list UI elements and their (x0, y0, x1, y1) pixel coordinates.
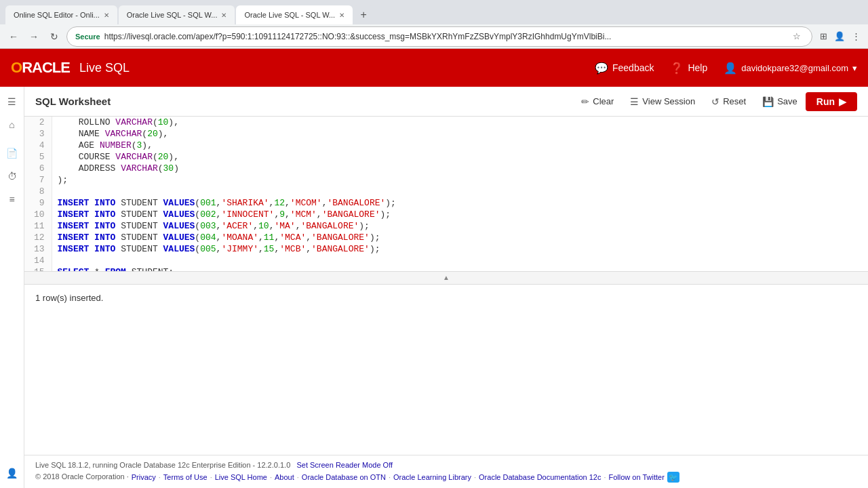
extensions-icon[interactable]: ⊞ (816, 30, 830, 43)
line-code-15: SELECT * FROM STUDENT; (52, 266, 868, 271)
sep-1: · (159, 473, 161, 481)
otn-link[interactable]: Oracle Database on OTN (302, 473, 386, 481)
sep-3: · (270, 473, 272, 481)
worksheet-toolbar: SQL Worksheet ✏ Clear ☰ View Session ↺ R… (24, 87, 868, 117)
line-num-14: 14 (24, 255, 52, 266)
sidebar-home-icon[interactable]: ⌂ (3, 115, 22, 134)
tab-3-close[interactable]: ✕ (339, 12, 344, 19)
reset-icon: ↺ (711, 96, 719, 107)
learning-library-link[interactable]: Oracle Learning Library (393, 473, 471, 481)
sidebar-user-icon[interactable]: 👤 (3, 464, 22, 483)
line-code-12: INSERT INTO STUDENT VALUES(004,'MOANA',1… (52, 232, 868, 243)
help-label: Help (688, 62, 707, 73)
live-sql-home-link[interactable]: Live SQL Home (215, 473, 267, 481)
code-line-2: 2 ROLLNO VARCHAR(10), (24, 117, 868, 128)
run-button[interactable]: Run ▶ (806, 92, 857, 111)
line-num-10: 10 (24, 209, 52, 220)
footer-links: © 2018 Oracle Corporation · Privacy · Te… (35, 472, 857, 483)
line-code-2: ROLLNO VARCHAR(10), (52, 117, 868, 128)
view-session-button[interactable]: ☰ View Session (622, 92, 703, 111)
tab-1-label: Online SQL Editor - Onli... (14, 11, 100, 19)
sidebar: ☰ ⌂ 📄 ⏱ ≡ 👤 (0, 87, 24, 488)
line-num-2: 2 (24, 117, 52, 128)
line-num-4: 4 (24, 140, 52, 151)
sidebar-history-icon[interactable]: ⏱ (3, 167, 22, 186)
header-actions: 💬 Feedback ❓ Help 👤 davidokpare32@gmail.… (595, 62, 857, 75)
line-num-13: 13 (24, 243, 52, 255)
sep-6: · (474, 473, 476, 481)
sep-5: · (389, 473, 391, 481)
twitter-follow-link[interactable]: Follow on Twitter (609, 473, 665, 481)
browser-tab-2[interactable]: Oracle Live SQL - SQL W... ✕ (119, 5, 235, 24)
code-line-7: 7 ); (24, 174, 868, 186)
new-tab-button[interactable]: + (354, 5, 373, 24)
sidebar-schema-icon[interactable]: ≡ (3, 190, 22, 209)
tab-3-label: Oracle Live SQL - SQL W... (244, 11, 335, 19)
tab-1-close[interactable]: ✕ (104, 12, 109, 19)
run-arrow-icon: ▶ (839, 96, 846, 107)
copyright-text: © 2018 Oracle Corporation · (35, 472, 129, 481)
privacy-link[interactable]: Privacy (132, 473, 156, 481)
save-button[interactable]: 💾 Save (754, 92, 806, 111)
divider-arrow-icon: ▲ (443, 274, 450, 281)
back-button[interactable]: ← (5, 28, 22, 45)
line-code-10: INSERT INTO STUDENT VALUES(002,'INNOCENT… (52, 209, 868, 220)
user-icon: 👤 (724, 62, 737, 75)
line-code-9: INSERT INTO STUDENT VALUES(001,'SHARIKA'… (52, 197, 868, 209)
footer: Live SQL 18.1.2, running Oracle Database… (24, 455, 868, 488)
sidebar-menu-icon[interactable]: ☰ (3, 92, 22, 111)
terms-link[interactable]: Terms of Use (163, 473, 208, 481)
pencil-icon: ✏ (581, 96, 589, 107)
user-dropdown-icon: ▾ (852, 63, 857, 73)
help-button[interactable]: ❓ Help (670, 62, 707, 75)
code-line-10: 10 INSERT INTO STUDENT VALUES(002,'INNOC… (24, 209, 868, 220)
profile-icon[interactable]: 👤 (833, 30, 846, 43)
about-link[interactable]: About (275, 473, 294, 481)
code-line-13: 13 INSERT INTO STUDENT VALUES(005,'JIMMY… (24, 243, 868, 255)
secure-badge: Secure (75, 33, 100, 41)
address-bar[interactable]: Secure https://livesql.oracle.com/apex/f… (66, 26, 812, 47)
footer-version: Live SQL 18.1.2, running Oracle Database… (35, 461, 857, 469)
browser-tab-3[interactable]: Oracle Live SQL - SQL W... ✕ (236, 5, 353, 24)
bookmark-icon[interactable]: ☆ (790, 30, 804, 43)
output-text: 1 row(s) inserted. (35, 293, 857, 303)
user-menu[interactable]: 👤 davidokpare32@gmail.com ▾ (724, 62, 857, 75)
line-code-3: NAME VARCHAR(20), (52, 128, 868, 140)
line-code-13: INSERT INTO STUDENT VALUES(005,'JIMMY',1… (52, 243, 868, 255)
code-line-8: 8 (24, 186, 868, 197)
browser-action-icons: ⊞ 👤 ⋮ (816, 30, 863, 43)
code-line-11: 11 INSERT INTO STUDENT VALUES(003,'ACER'… (24, 220, 868, 232)
clear-button[interactable]: ✏ Clear (573, 92, 622, 111)
tab-2-close[interactable]: ✕ (221, 12, 226, 19)
reload-button[interactable]: ↻ (46, 28, 62, 45)
line-num-11: 11 (24, 220, 52, 232)
live-sql-text: Live SQL (79, 61, 130, 75)
reset-button[interactable]: ↺ Reset (703, 92, 754, 111)
line-num-15: 15 (24, 266, 52, 271)
content-area: SQL Worksheet ✏ Clear ☰ View Session ↺ R… (24, 87, 868, 488)
worksheet-title: SQL Worksheet (35, 96, 573, 107)
twitter-icon[interactable]: 🐦 (667, 472, 679, 483)
line-code-4: AGE NUMBER(3), (52, 140, 868, 151)
editor-output-divider[interactable]: ▲ (24, 271, 868, 285)
code-line-6: 6 ADDRESS VARCHAR(30) (24, 163, 868, 174)
code-editor[interactable]: 2 ROLLNO VARCHAR(10), 3 NAME VARCHAR(20)… (24, 117, 868, 271)
browser-tab-1[interactable]: Online SQL Editor - Onli... ✕ (5, 5, 117, 24)
code-line-4: 4 AGE NUMBER(3), (24, 140, 868, 151)
feedback-button[interactable]: 💬 Feedback (595, 62, 654, 75)
menu-icon[interactable]: ⋮ (849, 30, 863, 43)
address-text: https://livesql.oracle.com/apex/f?p=590:… (104, 32, 786, 41)
line-code-5: COURSE VARCHAR(20), (52, 151, 868, 163)
code-line-5: 5 COURSE VARCHAR(20), (24, 151, 868, 163)
line-code-14 (52, 255, 868, 266)
save-icon: 💾 (762, 96, 774, 107)
forward-button[interactable]: → (26, 28, 42, 45)
line-code-8 (52, 186, 868, 197)
tabs-container: Online SQL Editor - Onli... ✕ Oracle Liv… (5, 0, 373, 24)
sep-4: · (297, 473, 299, 481)
code-line-14: 14 (24, 255, 868, 266)
docs-link[interactable]: Oracle Database Documentation 12c (479, 473, 601, 481)
screen-reader-link[interactable]: Set Screen Reader Mode Off (296, 461, 393, 469)
line-num-9: 9 (24, 197, 52, 209)
sidebar-worksheet-icon[interactable]: 📄 (3, 144, 22, 163)
